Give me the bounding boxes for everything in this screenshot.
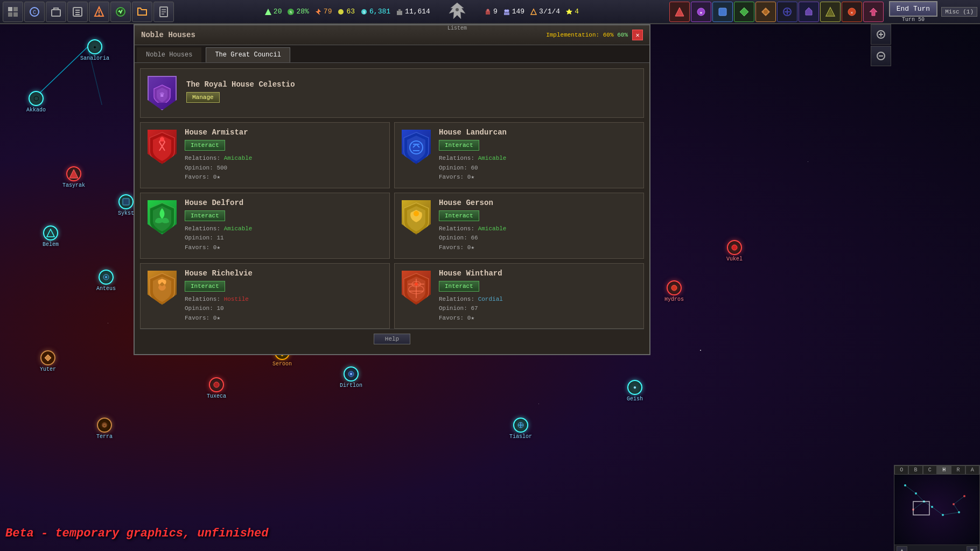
map-node-geish[interactable]: ● Geish (627, 380, 643, 402)
map-node-yuter[interactable]: Yuter (40, 350, 56, 372)
minimap-tab-c[interactable]: C (923, 465, 937, 475)
landurcan-interact-button[interactable]: Interact (439, 140, 479, 151)
svg-rect-26 (397, 11, 402, 15)
delford-shield (146, 199, 178, 236)
node-circle-sykst (118, 194, 134, 209)
node-circle-sanaloria: ✦ (87, 39, 102, 54)
toolbar-btn-f3[interactable] (46, 2, 66, 22)
node-circle-dirtlon (344, 366, 359, 382)
house-card-richelvie: House Richelvie Interact Relations: Host… (140, 263, 390, 329)
minimap-display[interactable] (894, 475, 979, 545)
map-node-tasyrak[interactable]: Tasyrak (62, 166, 85, 188)
node-icon-sanaloria: ✦ (93, 43, 96, 51)
tab-great-council[interactable]: The Great Council (206, 47, 290, 62)
credits-value: 6,381 (369, 8, 390, 16)
food-value: 63 (346, 8, 355, 16)
landurcan-name: House Landurcan (439, 128, 638, 137)
svg-point-85 (732, 245, 737, 250)
royal-house-section: ♛ The Royal House Celestio Manage (140, 68, 644, 118)
svg-marker-75 (45, 355, 51, 361)
svg-point-96 (415, 282, 418, 286)
node-label-sykst: Sykst (118, 210, 134, 216)
faction-icon-6[interactable] (777, 2, 797, 22)
toolbar-btn-f2[interactable]: C (24, 2, 45, 22)
minimap-scroll-down[interactable]: ▼ (967, 546, 977, 551)
svg-text:C: C (33, 10, 36, 16)
svg-marker-41 (740, 8, 748, 16)
svg-text:★: ★ (699, 10, 703, 16)
armistar-info: House Armistar Interact Relations: Amica… (185, 128, 384, 182)
end-turn-button[interactable]: End Turn (889, 1, 937, 17)
construction-value: 3/1/4 (539, 8, 560, 16)
map-node-terra[interactable]: ⬡ Terra (96, 418, 113, 440)
toolbar-left: C (0, 2, 177, 22)
map-node-dirtlon[interactable]: Dirtlon (340, 366, 362, 388)
node-circle-belem (43, 225, 58, 241)
map-node-hydros[interactable]: Hydros (664, 280, 684, 302)
faction-icon-7[interactable] (799, 2, 819, 22)
faction-icon-8[interactable] (820, 2, 841, 22)
stat-food: 63 (337, 8, 355, 16)
landurcan-info: House Landurcan Interact Relations: Amic… (439, 128, 638, 182)
faction-icon-3[interactable] (712, 2, 733, 22)
svg-point-23 (338, 9, 344, 15)
right-btn-2[interactable] (871, 46, 891, 66)
minimap-tab-bar: O B C H R A (894, 465, 979, 475)
node-label-geish: Geish (627, 396, 643, 402)
gerson-opinion: 66 (471, 235, 478, 241)
tab-noble-houses[interactable]: Noble Houses (137, 47, 201, 62)
node-circle-geish: ● (627, 380, 642, 395)
node-label-tiaslor: Tiaslor (509, 434, 532, 440)
map-node-sykst[interactable]: Sykst (118, 194, 134, 216)
minimap-tab-h[interactable]: H (937, 465, 951, 475)
faction-icon-9[interactable]: ✕ (842, 2, 862, 22)
faction-icon-5[interactable] (755, 2, 776, 22)
map-node-tuxeca[interactable]: Tuxeca (207, 377, 226, 399)
house-card-armistar: House Armistar Interact Relations: Amica… (140, 122, 390, 188)
gerson-favors: 0★ (467, 244, 474, 251)
dialog-close-button[interactable]: ✕ (632, 30, 643, 40)
toolbar-btn-f4[interactable] (67, 2, 88, 22)
toolbar-btn-f5[interactable] (89, 2, 109, 22)
faction-icon-1[interactable] (669, 2, 690, 22)
winthard-interact-button[interactable]: Interact (439, 281, 479, 292)
toolbar-btn-f6[interactable] (110, 2, 131, 22)
map-node-anteus[interactable]: Anteus (96, 270, 116, 292)
faction-icon-2[interactable]: ★ (691, 2, 711, 22)
dialog-header-right: Implementation: 60% 60% ✕ (546, 30, 643, 40)
delford-interact-button[interactable]: Interact (185, 210, 225, 221)
node-circle-tasyrak (66, 166, 81, 181)
resource-stats: 20 % 28% 79 63 $ 6,381 11,614 List (177, 0, 667, 24)
svg-marker-72 (47, 229, 54, 237)
richelvie-favors: 0★ (213, 315, 220, 321)
minimap-tab-o[interactable]: O (894, 465, 908, 475)
armistar-interact-button[interactable]: Interact (185, 140, 225, 151)
minimap-tab-b[interactable]: B (908, 465, 922, 475)
toolbar-btn-f8[interactable] (153, 2, 174, 22)
manage-button[interactable]: Manage (186, 92, 220, 103)
minimap-tab-a[interactable]: A (965, 465, 979, 475)
stat-stars: 4 (565, 8, 579, 16)
right-btn-1[interactable] (871, 24, 891, 45)
gerson-interact-button[interactable]: Interact (439, 210, 479, 221)
winthard-relations-value: Cordial (478, 296, 503, 302)
richelvie-interact-button[interactable]: Interact (185, 281, 225, 292)
svg-rect-3 (13, 12, 18, 17)
richelvie-shield (146, 269, 178, 307)
help-button[interactable]: Help (374, 334, 410, 344)
node-circle-akkado: ⬡ (29, 91, 44, 106)
map-node-vukel[interactable]: Vukel (726, 240, 743, 262)
toolbar-btn-f1[interactable] (3, 2, 23, 22)
map-node-belem[interactable]: Belem (43, 225, 59, 248)
svg-point-74 (105, 276, 107, 278)
map-node-sanaloria[interactable]: ✦ Sanaloria (80, 39, 109, 61)
misc-badge[interactable]: Misc (1) (941, 7, 977, 17)
faction-icon-4[interactable] (734, 2, 754, 22)
minimap-tab-r[interactable]: R (951, 465, 965, 475)
faction-icon-10[interactable] (863, 2, 884, 22)
toolbar-btn-folder[interactable] (132, 2, 152, 22)
map-node-tiaslor[interactable]: Tiaslor (509, 418, 532, 440)
minimap-scroll-up[interactable]: ▲ (897, 546, 907, 551)
map-node-akkado[interactable]: ⬡ Akkado (26, 91, 46, 113)
influence-value: 20 (274, 8, 282, 16)
